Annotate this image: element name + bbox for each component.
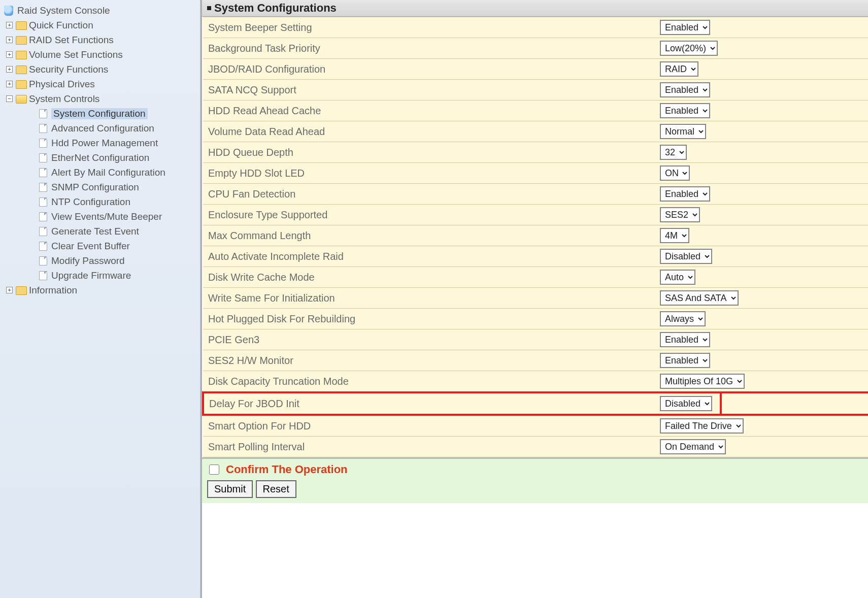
config-select-background-task-priority[interactable]: Low(20%) (660, 41, 718, 56)
tree-leaf-clear-event-buffer[interactable]: Clear Event Buffer (29, 239, 200, 253)
tree-node-system-controls[interactable]: −System Controls (6, 91, 200, 106)
tree-node-quick-function[interactable]: +Quick Function (6, 18, 200, 32)
config-select-cpu-fan-detection[interactable]: Enabled (660, 186, 710, 202)
tree-node-information[interactable]: +Information (6, 283, 200, 297)
config-row: PCIE Gen3Enabled (203, 329, 868, 350)
config-select-delay-for-jbod-init[interactable]: Disabled (660, 396, 712, 411)
confirm-checkbox[interactable] (209, 464, 219, 475)
config-select-disk-write-cache-mode[interactable]: Auto (660, 270, 695, 285)
tree-connector (29, 154, 36, 161)
tree-node-label: Security Functions (29, 64, 108, 75)
tree-connector (29, 213, 36, 220)
config-select-hot-plugged-disk-for-rebuilding[interactable]: Always (660, 311, 706, 326)
config-row: Smart Option For HDDFailed The Drive (203, 415, 868, 437)
config-select-system-beeper-setting[interactable]: Enabled (660, 20, 710, 35)
tree-leaf-label: Clear Event Buffer (51, 241, 130, 252)
tree-node-label: Information (29, 285, 77, 296)
config-control-cell: Enabled (655, 101, 868, 121)
expand-icon[interactable]: + (6, 66, 13, 73)
config-control-cell: Enabled (655, 17, 868, 38)
config-table: System Beeper SettingEnabledBackground T… (202, 17, 868, 457)
tree-leaf-label: View Events/Mute Beeper (51, 211, 162, 222)
tree-leaf-label: EtherNet Configuration (51, 152, 149, 163)
folder-icon (16, 80, 26, 88)
page-icon (39, 139, 47, 148)
tree-leaf-ethernet-configuration[interactable]: EtherNet Configuration (29, 150, 200, 165)
config-row: System Beeper SettingEnabled (203, 17, 868, 38)
config-select-hdd-read-ahead-cache[interactable]: Enabled (660, 103, 710, 118)
config-control-cell: ON (655, 163, 868, 184)
tree-node-raid-set-functions[interactable]: +RAID Set Functions (6, 32, 200, 47)
config-control-cell: Enabled (655, 184, 868, 205)
submit-button[interactable]: Submit (207, 480, 253, 498)
tree-node-security-functions[interactable]: +Security Functions (6, 62, 200, 77)
config-select-max-command-length[interactable]: 4M (660, 228, 689, 243)
config-control-cell: Multiples Of 10G (655, 371, 868, 393)
tree-leaf-alert-by-mail-configuration[interactable]: Alert By Mail Configuration (29, 165, 200, 180)
tree-leaf-generate-test-event[interactable]: Generate Test Event (29, 224, 200, 239)
config-select-hdd-queue-depth[interactable]: 32 (660, 145, 687, 160)
tree-leaf-label: Advanced Configuration (51, 123, 154, 134)
tree-leaf-modify-password[interactable]: Modify Password (29, 253, 200, 268)
tree-root[interactable]: Raid System Console (4, 3, 200, 18)
config-select-jbod-raid-configuration[interactable]: RAID (660, 61, 698, 77)
tree-connector (29, 169, 36, 176)
tree-node-label: System Controls (29, 93, 99, 105)
config-row: JBOD/RAID ConfigurationRAID (203, 59, 868, 80)
tree-node-label: Quick Function (29, 20, 93, 31)
config-select-volume-data-read-ahead[interactable]: Normal (660, 124, 706, 139)
tree-leaf-hdd-power-management[interactable]: Hdd Power Management (29, 136, 200, 150)
tree-leaf-system-configuration[interactable]: System Configuration (29, 106, 200, 121)
config-label: Enclosure Type Supported (203, 205, 655, 225)
config-row: SATA NCQ SupportEnabled (203, 80, 868, 101)
tree-root-label: Raid System Console (17, 5, 110, 16)
config-label: PCIE Gen3 (203, 329, 655, 350)
footer: Confirm The Operation Submit Reset (202, 457, 868, 503)
config-select-empty-hdd-slot-led[interactable]: ON (660, 165, 690, 181)
expand-icon[interactable]: + (6, 37, 13, 43)
config-select-sata-ncq-support[interactable]: Enabled (660, 82, 710, 97)
config-select-enclosure-type-supported[interactable]: SES2 (660, 207, 700, 222)
config-select-pcie-gen3[interactable]: Enabled (660, 332, 710, 347)
tree-leaf-ntp-configuration[interactable]: NTP Configuration (29, 194, 200, 209)
reset-button[interactable]: Reset (256, 480, 296, 498)
expand-icon[interactable]: + (6, 51, 13, 58)
tree-node-label: Volume Set Functions (29, 49, 123, 60)
expand-icon[interactable]: + (6, 81, 13, 87)
config-control-cell: RAID (655, 59, 868, 80)
config-control-cell: Disabled (655, 392, 868, 415)
tree-leaf-snmp-configuration[interactable]: SNMP Configuration (29, 180, 200, 194)
tree-node-volume-set-functions[interactable]: +Volume Set Functions (6, 47, 200, 62)
tree-node-physical-drives[interactable]: +Physical Drives (6, 77, 200, 91)
config-label: HDD Read Ahead Cache (203, 101, 655, 121)
config-row: Disk Write Cache ModeAuto (203, 267, 868, 288)
config-select-ses2-h-w-monitor[interactable]: Enabled (660, 353, 710, 368)
expand-icon[interactable]: + (6, 22, 13, 28)
config-select-smart-polling-interval[interactable]: On Demand (660, 439, 726, 454)
tree-leaf-label: NTP Configuration (51, 196, 130, 208)
config-control-cell: Disabled (655, 246, 868, 267)
page-icon (39, 271, 47, 280)
config-label: JBOD/RAID Configuration (203, 59, 655, 80)
folder-icon (16, 286, 26, 294)
config-select-write-same-for-initialization[interactable]: SAS And SATA (660, 290, 739, 306)
folder-icon (16, 36, 26, 44)
highlight-marker (720, 391, 722, 416)
page-icon (39, 197, 47, 207)
tree-leaf-upgrade-firmware[interactable]: Upgrade Firmware (29, 268, 200, 283)
tree-leaf-advanced-configuration[interactable]: Advanced Configuration (29, 121, 200, 136)
config-control-cell: 32 (655, 142, 868, 163)
collapse-icon[interactable]: − (6, 95, 13, 102)
config-select-auto-activate-incomplete-raid[interactable]: Disabled (660, 249, 712, 264)
config-row: Smart Polling IntervalOn Demand (203, 437, 868, 457)
config-label: SATA NCQ Support (203, 80, 655, 101)
page-icon (39, 153, 47, 162)
config-select-smart-option-for-hdd[interactable]: Failed The Drive (660, 418, 744, 434)
tree-leaf-view-events-mute-beeper[interactable]: View Events/Mute Beeper (29, 209, 200, 224)
sidebar: Raid System Console +Quick Function+RAID… (0, 0, 201, 598)
tree-leaf-label: SNMP Configuration (51, 182, 139, 193)
expand-icon[interactable]: + (6, 287, 13, 293)
folder-icon (16, 95, 26, 103)
config-row: Write Same For InitializationSAS And SAT… (203, 288, 868, 309)
config-select-disk-capacity-truncation-mode[interactable]: Multiples Of 10G (660, 374, 745, 389)
